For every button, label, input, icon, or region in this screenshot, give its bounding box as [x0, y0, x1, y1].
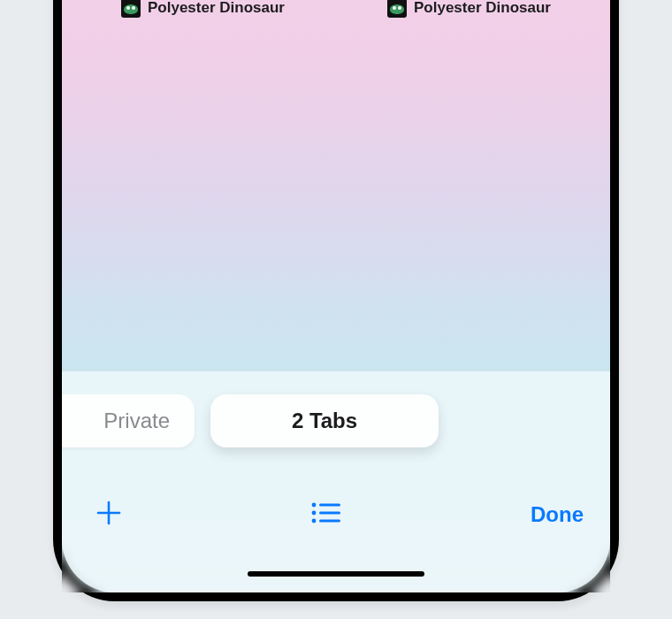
- phone-screen: Polyester Dinosaur Polyester Dinosaur Pr…: [62, 0, 610, 592]
- tab-title: Polyester Dinosaur: [414, 0, 551, 17]
- home-indicator[interactable]: [248, 571, 424, 577]
- tab-label-row: Polyester Dinosaur: [387, 0, 551, 18]
- new-tab-button[interactable]: [95, 500, 122, 530]
- svg-rect-6: [319, 512, 340, 515]
- bottom-bar: Private 2 Tabs: [62, 371, 610, 592]
- tab-group-private[interactable]: Private: [62, 394, 195, 447]
- tab-groups-button[interactable]: [311, 501, 341, 528]
- tab-card[interactable]: Polyester Dinosaur: [344, 0, 594, 35]
- svg-point-4: [312, 519, 317, 523]
- tab-group-active[interactable]: 2 Tabs: [210, 394, 439, 447]
- dinosaur-icon: [121, 0, 141, 18]
- phone-frame: Polyester Dinosaur Polyester Dinosaur Pr…: [53, 0, 619, 601]
- tab-group-private-label: Private: [103, 409, 170, 433]
- list-bullet-icon: [311, 501, 341, 528]
- tab-group-active-label: 2 Tabs: [292, 409, 357, 433]
- svg-point-2: [312, 503, 317, 508]
- toolbar: Done: [62, 486, 610, 543]
- svg-rect-5: [319, 504, 340, 507]
- done-button[interactable]: Done: [531, 502, 584, 527]
- dinosaur-icon: [387, 0, 407, 18]
- tabs-overview-grid: Polyester Dinosaur Polyester Dinosaur: [62, 0, 610, 35]
- done-label: Done: [531, 502, 584, 527]
- svg-rect-7: [319, 520, 340, 523]
- tab-title: Polyester Dinosaur: [148, 0, 285, 17]
- tab-group-scroller[interactable]: Private 2 Tabs: [62, 389, 610, 453]
- tab-card[interactable]: Polyester Dinosaur: [78, 0, 328, 35]
- tab-label-row: Polyester Dinosaur: [121, 0, 285, 18]
- svg-point-3: [312, 511, 317, 516]
- plus-icon: [95, 500, 122, 530]
